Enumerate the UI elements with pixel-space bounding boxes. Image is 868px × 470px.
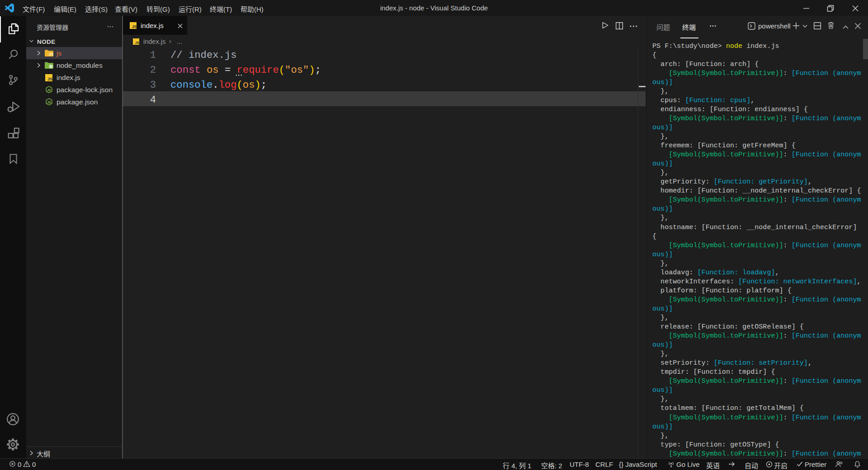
svg-text:JS: JS — [47, 77, 52, 81]
svg-text:JS: JS — [47, 89, 51, 92]
svg-text:JS: JS — [47, 101, 51, 104]
svg-text:JS: JS — [132, 24, 137, 29]
svg-text:JS: JS — [135, 41, 139, 45]
svg-text:JS: JS — [49, 52, 53, 56]
